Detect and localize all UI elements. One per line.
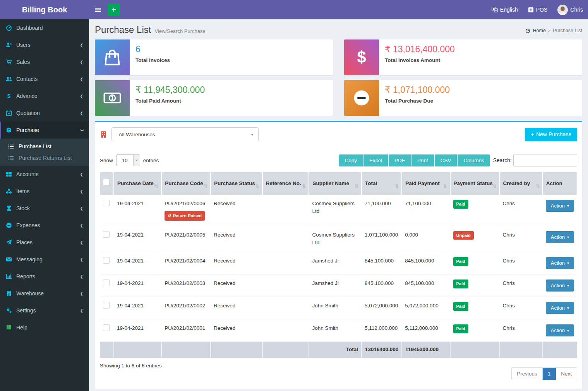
export-pdf-button[interactable]: PDF (389, 154, 411, 166)
column-header-purchase-status[interactable]: Purchase Status⇅ (211, 172, 262, 195)
action-button[interactable]: Action▾ (546, 200, 574, 212)
plus-icon (111, 7, 117, 12)
export-copy-button[interactable]: Copy (339, 154, 363, 166)
sidebar-item-reports[interactable]: Reports❮ (0, 268, 89, 285)
sidebar-item-label: Users (16, 42, 31, 48)
page-1-button[interactable]: 1 (543, 368, 556, 380)
total-row-empty-cell (114, 342, 161, 358)
export-columns-button[interactable]: Columns (458, 154, 490, 166)
column-header-purchase-date[interactable]: Purchase Date⇅ (114, 172, 161, 195)
row-checkbox[interactable] (103, 324, 110, 331)
row-checkbox[interactable] (103, 231, 110, 238)
sidebar-item-expenses[interactable]: Expenses❮ (0, 217, 89, 234)
sort-icon: ⇅ (536, 183, 540, 190)
sidebar-item-dashboard[interactable]: Dashboard (0, 19, 89, 36)
stat-label: Total Invoices Amount (385, 57, 455, 63)
cubes-icon (6, 188, 16, 194)
action-label: Action (551, 203, 565, 209)
sidebar-item-warehouse[interactable]: Warehouse❮ (0, 285, 89, 302)
sidebar-item-sales[interactable]: Sales❮ (0, 53, 89, 70)
total-row-empty-cell (211, 342, 262, 358)
column-header-payment-status[interactable]: Payment Status⇅ (450, 172, 500, 195)
purchase-status-cell: Received (211, 226, 262, 252)
table-row: 19-04-2021PU/2021/02/0002ReceivedJohn Sm… (100, 297, 577, 319)
page-size-select[interactable]: 10 ˅ (116, 154, 140, 166)
payment-status-badge: Unpaid (453, 231, 474, 240)
sidebar-item-label: Sales (16, 59, 30, 65)
stat-icon-box: 1 (95, 80, 130, 116)
sidebar-item-advance[interactable]: $Advance❮ (0, 87, 89, 105)
money-bill-icon: 1 (103, 89, 121, 107)
row-checkbox[interactable] (103, 257, 110, 264)
column-header-purchase-code[interactable]: Purchase Code⇅ (161, 172, 211, 195)
row-checkbox[interactable] (103, 302, 110, 309)
stat-body: 6Total Invoices (130, 39, 176, 75)
sidebar-item-stock[interactable]: Stock❮ (0, 200, 89, 217)
column-header-created-by[interactable]: Created by⇅ (499, 172, 542, 195)
row-select-cell (100, 297, 114, 319)
sidebar-toggle-button[interactable] (89, 0, 107, 19)
export-csv-button[interactable]: CSV (435, 154, 458, 166)
payment-status-cell: Paid (450, 252, 500, 274)
sidebar-item-quotation[interactable]: Quotation❮ (0, 105, 89, 122)
column-header-reference-no[interactable]: Reference No.⇅ (262, 172, 309, 195)
new-purchase-button[interactable]: + New Purchase (525, 128, 577, 141)
search-input[interactable] (513, 154, 577, 166)
column-header-supplier-name[interactable]: Supplier Name⇅ (309, 172, 362, 195)
chevron-down-icon: ▾ (251, 132, 253, 137)
sidebar-item-items[interactable]: Items❮ (0, 183, 89, 200)
total-row-empty-cell (543, 342, 577, 358)
chevron-left-icon: ❮ (80, 77, 83, 81)
action-button[interactable]: Action▾ (546, 231, 574, 243)
gears-icon (6, 307, 16, 314)
sidebar-item-contacts[interactable]: Contacts❮ (0, 70, 89, 87)
avatar (557, 5, 568, 15)
language-menu[interactable]: Aa English (487, 0, 523, 19)
pos-link[interactable]: POS (523, 0, 553, 19)
reference-cell (262, 226, 309, 252)
sidebar-item-purchase[interactable]: Purchase❮ (0, 122, 89, 139)
sidebar-item-help[interactable]: Help (0, 319, 89, 336)
purchase-code-cell: PU/2021/02/0004 (161, 252, 211, 274)
sidebar-item-users[interactable]: Users❮ (0, 36, 89, 53)
action-button[interactable]: Action▾ (546, 324, 574, 336)
stat-body: ₹ 11,945,300.000Total Paid Amount (130, 80, 211, 116)
sidebar-item-settings[interactable]: Settings❮ (0, 302, 89, 319)
caret-down-icon: ▾ (567, 328, 569, 333)
breadcrumb-home[interactable]: Home (533, 28, 545, 33)
sidebar-item-purchase-list[interactable]: Purchase List (0, 141, 89, 152)
sort-icon: ⇅ (204, 183, 207, 190)
warehouse-select[interactable]: -All Warehouses- ▾ (111, 127, 259, 141)
sidebar-item-label: Expenses (16, 222, 40, 228)
column-header-paid-payment[interactable]: Paid Payment⇅ (402, 172, 450, 195)
sidebar-item-places[interactable]: Places❮ (0, 234, 89, 251)
envelope-icon (6, 256, 16, 262)
row-checkbox[interactable] (103, 200, 110, 206)
export-print-button[interactable]: Print (411, 154, 435, 166)
breadcrumb-separator: > (548, 28, 550, 33)
sidebar-item-messaging[interactable]: Messaging❮ (0, 251, 89, 268)
select-all-checkbox[interactable] (103, 179, 110, 185)
calendar-plus-icon (6, 110, 16, 116)
action-button[interactable]: Action▾ (546, 257, 574, 269)
svg-text:$: $ (357, 48, 366, 66)
building-icon (6, 290, 16, 297)
row-checkbox[interactable] (103, 280, 110, 286)
user-menu[interactable]: Chris (552, 0, 588, 19)
app-brand[interactable]: Billing Book (0, 0, 89, 19)
entries-label: entries (143, 158, 159, 163)
previous-page-button[interactable]: Previous (512, 368, 543, 380)
sidebar-item-accounts[interactable]: Accounts❮ (0, 166, 89, 183)
column-header-total[interactable]: Total⇅ (362, 172, 402, 195)
supplier-cell: Jamshed Ji (309, 252, 362, 274)
shopping-bag-icon (103, 48, 121, 66)
action-button[interactable]: Action▾ (546, 280, 574, 292)
sidebar: DashboardUsers❮Sales❮Contacts❮$Advance❮Q… (0, 19, 89, 391)
quick-add-button[interactable] (108, 3, 120, 16)
sidebar-item-purchase-returns-list[interactable]: Purchase Returns List (0, 152, 89, 164)
next-page-button[interactable]: Next (556, 368, 577, 380)
action-button[interactable]: Action▾ (546, 302, 574, 314)
purchase-code-cell: PU/2021/02/0003 (161, 274, 211, 297)
export-excel-button[interactable]: Excel (363, 154, 389, 166)
page-subtitle: View/Search Purchase (154, 28, 205, 34)
